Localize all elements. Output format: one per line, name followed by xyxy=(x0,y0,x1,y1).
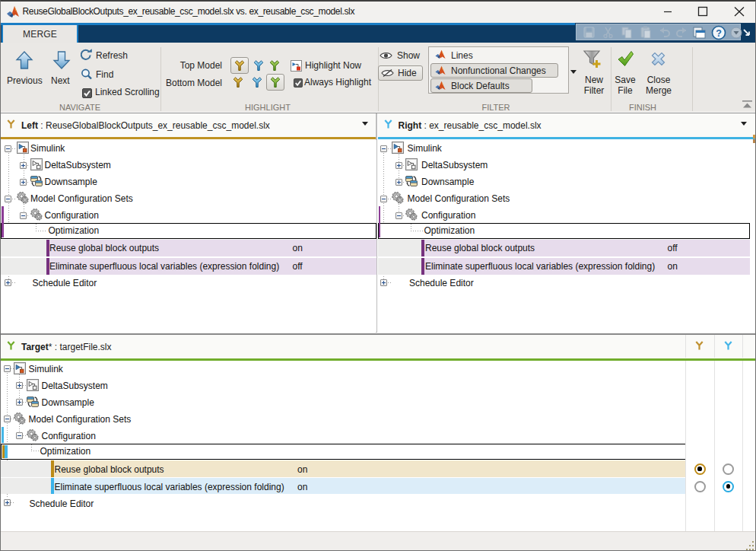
svg-text:?: ? xyxy=(716,28,722,39)
